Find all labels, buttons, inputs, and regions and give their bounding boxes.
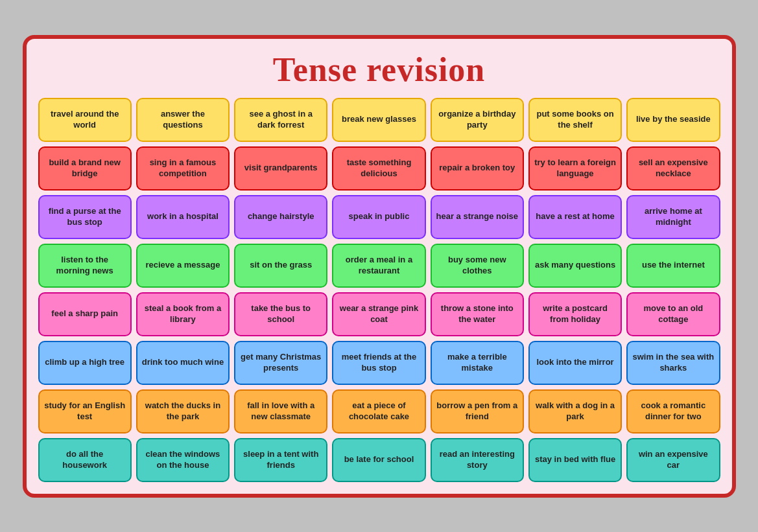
- cell-r1-c6[interactable]: sell an expensive necklace: [626, 146, 720, 191]
- cell-r3-c6[interactable]: use the internet: [626, 244, 720, 288]
- cell-r0-c5[interactable]: put some books on the shelf: [528, 98, 622, 142]
- cell-r6-c0[interactable]: study for an English test: [38, 389, 132, 434]
- cell-r0-c2[interactable]: see a ghost in a dark forrest: [234, 98, 327, 142]
- cell-r5-c0[interactable]: climb up a high tree: [38, 341, 132, 385]
- activity-grid: travel around the worldanswer the questi…: [38, 98, 720, 482]
- cell-r6-c6[interactable]: cook a romantic dinner for two: [626, 389, 720, 434]
- cell-r5-c2[interactable]: get many Christmas presents: [234, 341, 327, 385]
- cell-r7-c1[interactable]: clean the windows on the house: [136, 438, 230, 482]
- cell-r2-c1[interactable]: work in a hospital: [136, 195, 230, 239]
- cell-r7-c5[interactable]: stay in bed with flue: [528, 438, 622, 482]
- main-card: Tense revision travel around the worldan…: [23, 35, 736, 498]
- cell-r3-c1[interactable]: recieve a message: [136, 244, 230, 288]
- cell-r4-c2[interactable]: take the bus to school: [234, 292, 327, 336]
- cell-r7-c3[interactable]: be late for school: [332, 438, 425, 482]
- cell-r7-c4[interactable]: read an interesting story: [431, 438, 524, 482]
- cell-r4-c3[interactable]: wear a strange pink coat: [332, 292, 425, 336]
- cell-r5-c3[interactable]: meet friends at the bus stop: [332, 341, 425, 385]
- cell-r5-c4[interactable]: make a terrible mistake: [431, 341, 524, 385]
- cell-r3-c4[interactable]: buy some new clothes: [431, 244, 524, 288]
- cell-r0-c4[interactable]: organize a birthday party: [431, 98, 524, 142]
- cell-r6-c5[interactable]: walk with a dog in a park: [528, 389, 622, 434]
- cell-r2-c4[interactable]: hear a strange noise: [431, 195, 524, 239]
- cell-r7-c0[interactable]: do all the housework: [38, 438, 132, 482]
- cell-r4-c1[interactable]: steal a book from a library: [136, 292, 230, 336]
- cell-r2-c5[interactable]: have a rest at home: [528, 195, 622, 239]
- cell-r0-c1[interactable]: answer the questions: [136, 98, 230, 142]
- cell-r2-c0[interactable]: find a purse at the bus stop: [38, 195, 132, 239]
- cell-r4-c0[interactable]: feel a sharp pain: [38, 292, 132, 336]
- cell-r5-c5[interactable]: look into the mirror: [528, 341, 622, 385]
- cell-r0-c3[interactable]: break new glasses: [332, 98, 425, 142]
- cell-r6-c2[interactable]: fall in love with a new classmate: [234, 389, 327, 434]
- cell-r1-c0[interactable]: build a brand new bridge: [38, 146, 132, 191]
- cell-r1-c5[interactable]: try to learn a foreign language: [528, 146, 622, 191]
- cell-r7-c2[interactable]: sleep in a tent with friends: [234, 438, 327, 482]
- cell-r1-c1[interactable]: sing in a famous competition: [136, 146, 230, 191]
- cell-r6-c4[interactable]: borrow a pen from a friend: [431, 389, 524, 434]
- cell-r0-c6[interactable]: live by the seaside: [626, 98, 720, 142]
- cell-r4-c5[interactable]: write a postcard from holiday: [528, 292, 622, 336]
- cell-r3-c3[interactable]: order a meal in a restaurant: [332, 244, 425, 288]
- cell-r4-c6[interactable]: move to an old cottage: [626, 292, 720, 336]
- cell-r2-c3[interactable]: speak in public: [332, 195, 425, 239]
- cell-r6-c3[interactable]: eat a piece of chocolate cake: [332, 389, 425, 434]
- cell-r4-c4[interactable]: throw a stone into the water: [431, 292, 524, 336]
- cell-r3-c2[interactable]: sit on the grass: [234, 244, 327, 288]
- cell-r2-c6[interactable]: arrive home at midnight: [626, 195, 720, 239]
- cell-r1-c4[interactable]: repair a broken toy: [431, 146, 524, 191]
- cell-r5-c1[interactable]: drink too much wine: [136, 341, 230, 385]
- cell-r1-c3[interactable]: taste something delicious: [332, 146, 425, 191]
- cell-r3-c0[interactable]: listen to the morning news: [38, 244, 132, 288]
- cell-r5-c6[interactable]: swim in the sea with sharks: [626, 341, 720, 385]
- cell-r2-c2[interactable]: change hairstyle: [234, 195, 327, 239]
- cell-r7-c6[interactable]: win an expensive car: [626, 438, 720, 482]
- cell-r3-c5[interactable]: ask many questions: [528, 244, 622, 288]
- cell-r1-c2[interactable]: visit grandparents: [234, 146, 327, 191]
- page-title: Tense revision: [38, 51, 720, 89]
- cell-r0-c0[interactable]: travel around the world: [38, 98, 132, 142]
- cell-r6-c1[interactable]: watch the ducks in the park: [136, 389, 230, 434]
